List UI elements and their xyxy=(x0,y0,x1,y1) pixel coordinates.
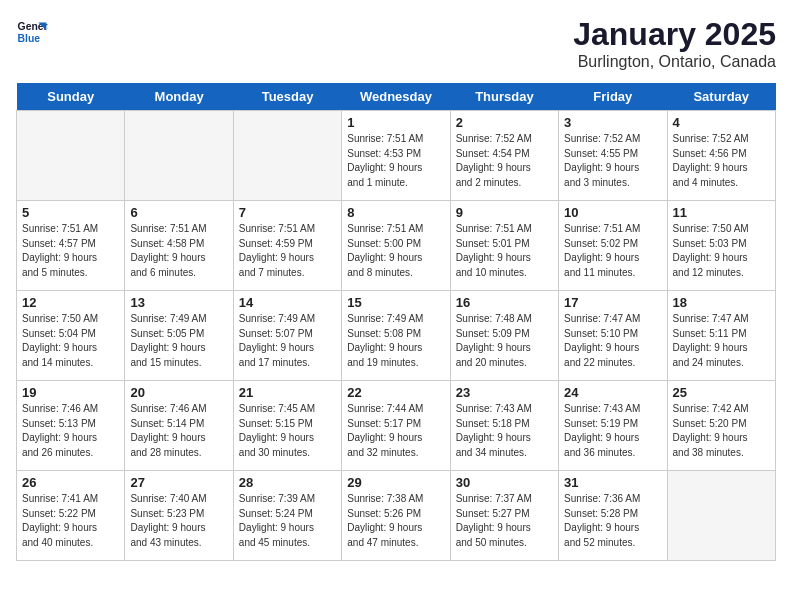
calendar-cell: 25Sunrise: 7:42 AM Sunset: 5:20 PM Dayli… xyxy=(667,381,775,471)
svg-text:Blue: Blue xyxy=(18,33,41,44)
day-number: 25 xyxy=(673,385,770,400)
calendar-cell: 3Sunrise: 7:52 AM Sunset: 4:55 PM Daylig… xyxy=(559,111,667,201)
day-info: Sunrise: 7:51 AM Sunset: 4:53 PM Dayligh… xyxy=(347,132,444,190)
calendar-cell: 17Sunrise: 7:47 AM Sunset: 5:10 PM Dayli… xyxy=(559,291,667,381)
calendar-cell: 11Sunrise: 7:50 AM Sunset: 5:03 PM Dayli… xyxy=(667,201,775,291)
calendar-cell: 16Sunrise: 7:48 AM Sunset: 5:09 PM Dayli… xyxy=(450,291,558,381)
column-header-thursday: Thursday xyxy=(450,83,558,111)
day-number: 23 xyxy=(456,385,553,400)
day-number: 28 xyxy=(239,475,336,490)
day-info: Sunrise: 7:38 AM Sunset: 5:26 PM Dayligh… xyxy=(347,492,444,550)
day-info: Sunrise: 7:51 AM Sunset: 4:57 PM Dayligh… xyxy=(22,222,119,280)
day-number: 17 xyxy=(564,295,661,310)
calendar-cell: 10Sunrise: 7:51 AM Sunset: 5:02 PM Dayli… xyxy=(559,201,667,291)
day-info: Sunrise: 7:48 AM Sunset: 5:09 PM Dayligh… xyxy=(456,312,553,370)
day-number: 3 xyxy=(564,115,661,130)
day-info: Sunrise: 7:52 AM Sunset: 4:55 PM Dayligh… xyxy=(564,132,661,190)
day-info: Sunrise: 7:51 AM Sunset: 4:58 PM Dayligh… xyxy=(130,222,227,280)
day-info: Sunrise: 7:50 AM Sunset: 5:04 PM Dayligh… xyxy=(22,312,119,370)
calendar-cell: 13Sunrise: 7:49 AM Sunset: 5:05 PM Dayli… xyxy=(125,291,233,381)
day-number: 7 xyxy=(239,205,336,220)
calendar-cell: 7Sunrise: 7:51 AM Sunset: 4:59 PM Daylig… xyxy=(233,201,341,291)
day-info: Sunrise: 7:36 AM Sunset: 5:28 PM Dayligh… xyxy=(564,492,661,550)
day-info: Sunrise: 7:37 AM Sunset: 5:27 PM Dayligh… xyxy=(456,492,553,550)
day-info: Sunrise: 7:51 AM Sunset: 4:59 PM Dayligh… xyxy=(239,222,336,280)
column-header-tuesday: Tuesday xyxy=(233,83,341,111)
day-number: 10 xyxy=(564,205,661,220)
calendar-cell: 21Sunrise: 7:45 AM Sunset: 5:15 PM Dayli… xyxy=(233,381,341,471)
day-info: Sunrise: 7:49 AM Sunset: 5:07 PM Dayligh… xyxy=(239,312,336,370)
calendar-cell: 22Sunrise: 7:44 AM Sunset: 5:17 PM Dayli… xyxy=(342,381,450,471)
calendar-cell xyxy=(233,111,341,201)
day-info: Sunrise: 7:47 AM Sunset: 5:11 PM Dayligh… xyxy=(673,312,770,370)
day-info: Sunrise: 7:51 AM Sunset: 5:00 PM Dayligh… xyxy=(347,222,444,280)
column-header-saturday: Saturday xyxy=(667,83,775,111)
calendar-cell: 23Sunrise: 7:43 AM Sunset: 5:18 PM Dayli… xyxy=(450,381,558,471)
day-info: Sunrise: 7:47 AM Sunset: 5:10 PM Dayligh… xyxy=(564,312,661,370)
day-number: 22 xyxy=(347,385,444,400)
calendar-cell: 27Sunrise: 7:40 AM Sunset: 5:23 PM Dayli… xyxy=(125,471,233,561)
day-number: 26 xyxy=(22,475,119,490)
calendar-cell: 6Sunrise: 7:51 AM Sunset: 4:58 PM Daylig… xyxy=(125,201,233,291)
calendar-header-row: SundayMondayTuesdayWednesdayThursdayFrid… xyxy=(17,83,776,111)
day-info: Sunrise: 7:45 AM Sunset: 5:15 PM Dayligh… xyxy=(239,402,336,460)
calendar-week-row: 26Sunrise: 7:41 AM Sunset: 5:22 PM Dayli… xyxy=(17,471,776,561)
calendar-cell: 1Sunrise: 7:51 AM Sunset: 4:53 PM Daylig… xyxy=(342,111,450,201)
calendar-week-row: 1Sunrise: 7:51 AM Sunset: 4:53 PM Daylig… xyxy=(17,111,776,201)
calendar-cell: 28Sunrise: 7:39 AM Sunset: 5:24 PM Dayli… xyxy=(233,471,341,561)
day-info: Sunrise: 7:46 AM Sunset: 5:14 PM Dayligh… xyxy=(130,402,227,460)
day-number: 29 xyxy=(347,475,444,490)
day-info: Sunrise: 7:52 AM Sunset: 4:54 PM Dayligh… xyxy=(456,132,553,190)
day-number: 11 xyxy=(673,205,770,220)
day-number: 30 xyxy=(456,475,553,490)
day-info: Sunrise: 7:49 AM Sunset: 5:05 PM Dayligh… xyxy=(130,312,227,370)
column-header-wednesday: Wednesday xyxy=(342,83,450,111)
day-info: Sunrise: 7:51 AM Sunset: 5:02 PM Dayligh… xyxy=(564,222,661,280)
calendar-cell: 30Sunrise: 7:37 AM Sunset: 5:27 PM Dayli… xyxy=(450,471,558,561)
calendar-cell: 15Sunrise: 7:49 AM Sunset: 5:08 PM Dayli… xyxy=(342,291,450,381)
day-info: Sunrise: 7:42 AM Sunset: 5:20 PM Dayligh… xyxy=(673,402,770,460)
day-info: Sunrise: 7:50 AM Sunset: 5:03 PM Dayligh… xyxy=(673,222,770,280)
day-number: 4 xyxy=(673,115,770,130)
day-info: Sunrise: 7:43 AM Sunset: 5:18 PM Dayligh… xyxy=(456,402,553,460)
page-header: General Blue January 2025 Burlington, On… xyxy=(16,16,776,71)
calendar-cell: 24Sunrise: 7:43 AM Sunset: 5:19 PM Dayli… xyxy=(559,381,667,471)
day-info: Sunrise: 7:39 AM Sunset: 5:24 PM Dayligh… xyxy=(239,492,336,550)
logo-icon: General Blue xyxy=(16,16,48,48)
day-number: 13 xyxy=(130,295,227,310)
title-block: January 2025 Burlington, Ontario, Canada xyxy=(573,16,776,71)
day-info: Sunrise: 7:44 AM Sunset: 5:17 PM Dayligh… xyxy=(347,402,444,460)
day-number: 21 xyxy=(239,385,336,400)
day-number: 15 xyxy=(347,295,444,310)
day-number: 6 xyxy=(130,205,227,220)
calendar-cell: 12Sunrise: 7:50 AM Sunset: 5:04 PM Dayli… xyxy=(17,291,125,381)
day-number: 1 xyxy=(347,115,444,130)
day-number: 16 xyxy=(456,295,553,310)
calendar-cell xyxy=(17,111,125,201)
day-info: Sunrise: 7:51 AM Sunset: 5:01 PM Dayligh… xyxy=(456,222,553,280)
day-info: Sunrise: 7:52 AM Sunset: 4:56 PM Dayligh… xyxy=(673,132,770,190)
day-number: 31 xyxy=(564,475,661,490)
calendar-cell: 4Sunrise: 7:52 AM Sunset: 4:56 PM Daylig… xyxy=(667,111,775,201)
column-header-friday: Friday xyxy=(559,83,667,111)
calendar-week-row: 5Sunrise: 7:51 AM Sunset: 4:57 PM Daylig… xyxy=(17,201,776,291)
day-number: 24 xyxy=(564,385,661,400)
day-number: 27 xyxy=(130,475,227,490)
calendar-cell: 20Sunrise: 7:46 AM Sunset: 5:14 PM Dayli… xyxy=(125,381,233,471)
calendar-cell: 19Sunrise: 7:46 AM Sunset: 5:13 PM Dayli… xyxy=(17,381,125,471)
day-info: Sunrise: 7:49 AM Sunset: 5:08 PM Dayligh… xyxy=(347,312,444,370)
calendar-cell: 31Sunrise: 7:36 AM Sunset: 5:28 PM Dayli… xyxy=(559,471,667,561)
calendar-cell: 26Sunrise: 7:41 AM Sunset: 5:22 PM Dayli… xyxy=(17,471,125,561)
calendar-cell xyxy=(125,111,233,201)
column-header-monday: Monday xyxy=(125,83,233,111)
day-info: Sunrise: 7:40 AM Sunset: 5:23 PM Dayligh… xyxy=(130,492,227,550)
calendar-cell: 8Sunrise: 7:51 AM Sunset: 5:00 PM Daylig… xyxy=(342,201,450,291)
calendar-cell: 14Sunrise: 7:49 AM Sunset: 5:07 PM Dayli… xyxy=(233,291,341,381)
day-number: 5 xyxy=(22,205,119,220)
day-number: 12 xyxy=(22,295,119,310)
column-header-sunday: Sunday xyxy=(17,83,125,111)
day-number: 2 xyxy=(456,115,553,130)
calendar-week-row: 12Sunrise: 7:50 AM Sunset: 5:04 PM Dayli… xyxy=(17,291,776,381)
calendar-cell: 18Sunrise: 7:47 AM Sunset: 5:11 PM Dayli… xyxy=(667,291,775,381)
subtitle: Burlington, Ontario, Canada xyxy=(573,53,776,71)
